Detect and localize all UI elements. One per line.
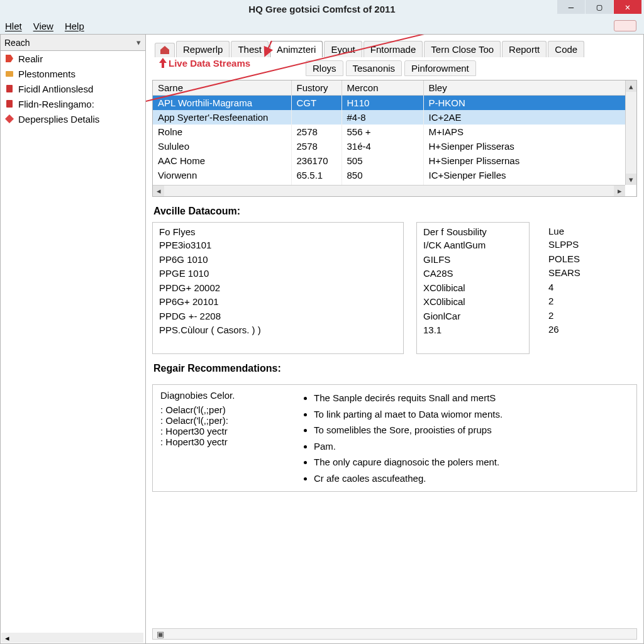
tab-animzteri[interactable]: Animzteri [270,41,323,57]
subtab-pinforow[interactable]: Pinforowment [404,60,476,76]
header-pill-icon[interactable] [614,20,636,31]
sidebar-search: ▾ [1,35,145,51]
tab-fntormade[interactable]: Fntormade [364,41,423,57]
main-panel: Live Data Streams Galiou Fricker Repwerl… [146,34,644,644]
table-row[interactable]: APL Worthili-MagramaCGTH110P-HKON [153,96,636,111]
close-button[interactable]: ✕ [614,0,641,14]
sidebar-item-depersplies[interactable]: Depersplies Detalis [1,111,145,126]
list-item: CA28S [423,267,523,281]
list-item: PP6G 1010 [159,253,397,267]
table-cell: Rolne [153,125,291,139]
subtab-rloys[interactable]: Rloys [306,60,343,76]
panel-fo-flyes: Fo Flyes PPE3io3101PP6G 1010PPGE 1010PPD… [152,222,404,354]
sidebar-item-label: Plestonments [18,69,75,79]
scroll-left-icon[interactable]: ◂ [1,633,13,643]
list-item: I/CK AantlGum [423,238,523,253]
list-item: : Oelacr('l(,;per): [160,415,286,426]
tab-eyout[interactable]: Eyout [324,41,362,57]
minimize-button[interactable]: — [557,0,585,14]
list-item: : Hopert30 yectr [160,426,286,436]
sidebar-item-realir[interactable]: Realir [1,51,145,66]
panel-head: Fo Flyes [159,226,397,237]
list-item: GILFS [423,253,523,267]
menu-help[interactable]: Help [65,21,84,31]
tab-thest[interactable]: Thest [231,41,269,57]
tab-repwerlp[interactable]: Repwerlp [176,41,230,57]
scroll-left-icon[interactable]: ◂ [153,186,164,196]
status-bar: ▣ [152,628,637,640]
book-icon [4,99,14,109]
table-cell: M+IAPS [423,125,636,139]
subtab-tesanonis[interactable]: Tesanonis [346,60,402,76]
list-item: PPDG+ 20002 [159,281,397,296]
table-row[interactable]: Sululeo257831é-4H+Sienper Plisseras [153,139,636,153]
list-item: SEARS [548,266,599,280]
status-icon[interactable]: ▣ [153,630,168,639]
table-cell: H110 [341,96,423,111]
sub-tabstrip: Rloys Tesanonis Pinforowment [152,60,637,76]
table-cell: 556 + [341,125,423,139]
scroll-right-icon[interactable]: ▸ [614,186,625,196]
table-cell: 850 [341,168,423,182]
sidebar-item-label: Ficidl Antlionslesd [18,84,93,94]
search-input[interactable] [1,36,131,49]
list-item: : Hopert30 yectr [160,436,286,447]
table-cell: 31é-4 [341,139,423,153]
scroll-up-icon[interactable]: ▴ [626,80,636,92]
menu-view[interactable]: View [33,21,53,31]
col-mercon[interactable]: Mercon [341,80,423,96]
col-bley[interactable]: Bley [423,80,636,96]
list-item: POLES [548,252,599,267]
col-sarne[interactable]: Sarne [153,80,291,96]
recommend-bullet: To link parting al maet to Data wiomor m… [314,406,629,423]
table-cell: P-HKON [423,96,636,111]
sidebar-item-label: Flidn-Reslingamo: [18,99,94,109]
table-row[interactable]: Viorwenn65.5.1850IC+Sienper Fielles [153,168,636,182]
svg-rect-2 [6,100,13,108]
table-cell: H+Sienper Plisseras [423,139,636,153]
diag-head: Diagnobies Celor. [160,390,286,401]
table-vscrollbar[interactable]: ▴ ▾ [625,80,636,185]
list-item: XC0libical [423,281,523,296]
data-table: Sarne Fustory Mercon Bley APL Worthili-M… [152,80,637,197]
table-cell: 505 [341,153,423,168]
tab-reportt[interactable]: Reportt [502,41,547,57]
list-item: 26 [548,323,599,337]
recommend-right: The Sanple decirés requits Snall and mer… [301,390,629,486]
list-item: PPDG +- 2208 [159,309,397,324]
table-cell: CGT [291,96,341,111]
table-cell: Viorwenn [153,168,291,182]
sidebar: ▾ Realir Plestonments Ficidl Antlionsles… [0,34,146,644]
title-bar: HQ Gree gotsici Comfcst of 2011 — ▢ ✕ [0,0,644,18]
table-row[interactable]: AAC Home236170505H+Sienper Plissernas [153,153,636,168]
avcille-title: Avcille Datacoum: [153,206,637,217]
table-hscrollbar[interactable]: ◂ ▸ [153,185,625,196]
sidebar-item-plestonments[interactable]: Plestonments [1,66,145,81]
search-dropdown-icon[interactable]: ▾ [131,38,145,47]
sidebar-list: Realir Plestonments Ficidl Antlionslesd … [1,51,145,643]
list-item: : Oelacr('l(,;per) [160,404,286,415]
table-cell: 236170 [291,153,341,168]
tab-home-icon[interactable] [155,43,175,57]
book-icon [4,84,14,94]
avcille-panels: Fo Flyes PPE3io3101PP6G 1010PPGE 1010PPD… [152,222,637,354]
recommend-title: Regair Recommendations: [153,363,637,374]
sidebar-item-flidn[interactable]: Flidn-Reslingamo: [1,96,145,111]
sidebar-hscroll[interactable]: ◂ [1,633,143,643]
panel-lue: Lue SLPPSPOLESSEARS42226 [542,222,605,354]
tab-code[interactable]: Code [548,41,584,57]
table-cell: 65.5.1 [291,168,341,182]
table-row[interactable]: Rolne2578556 +M+IAPS [153,125,636,139]
table-cell: H+Sienper Plissernas [423,153,636,168]
table-cell: #4-8 [341,110,423,125]
col-fustory[interactable]: Fustory [291,80,341,96]
sidebar-item-ficidl[interactable]: Ficidl Antlionslesd [1,81,145,96]
tab-tern[interactable]: Tern Close Too [424,41,501,57]
scroll-down-icon[interactable]: ▾ [626,174,636,185]
menu-hlet[interactable]: Hlet [5,21,22,31]
maximize-button[interactable]: ▢ [586,0,613,14]
list-item: XC0libical [423,295,523,309]
table-row[interactable]: App Syerter'-Resfeenation#4-8IC+2AE [153,110,636,125]
list-item: PPGE 1010 [159,267,397,281]
menu-bar: Hlet View Help [0,18,644,34]
